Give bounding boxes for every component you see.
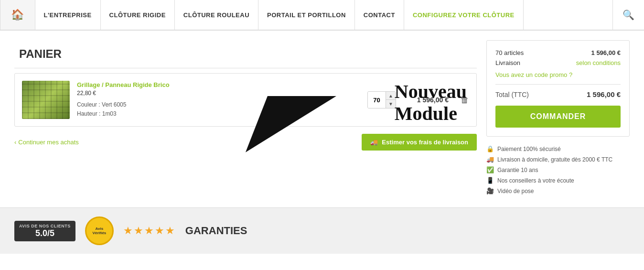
estimate-label: Estimer vos frais de livraison	[382, 139, 468, 146]
cart-item-image	[22, 81, 70, 119]
total-label: Total (TTC)	[495, 91, 529, 98]
articles-row: 70 articles 1 596,00 €	[495, 49, 621, 56]
livraison-row: Livraison selon conditions	[495, 59, 621, 66]
cart-items-box: Grillage / Panneau Rigide Brico 22,80 € …	[14, 73, 477, 127]
navbar: 🏠 L'ENTREPRISE CLÔTURE RIGIDE CLÔTURE RO…	[0, 0, 644, 31]
trust-item-guarantee: ✅ Garantie 10 ans	[486, 166, 630, 173]
cart-footer: ‹ Continuer mes achats 🚚 Estimer vos fra…	[14, 134, 477, 151]
estimate-shipping-button[interactable]: 🚚 Estimer vos frais de livraison	[362, 134, 477, 151]
truck-trust-icon: 🚚	[486, 156, 494, 163]
check-icon: ✅	[486, 166, 494, 173]
height-label: Hauteur :	[77, 110, 100, 117]
articles-value: 1 596,00 €	[591, 49, 621, 56]
avis-label: AVIS DE NOS CLIENTS	[19, 224, 71, 228]
nav-contact[interactable]: CONTACT	[355, 0, 404, 30]
quantity-decrement[interactable]: ▼	[386, 100, 396, 108]
continue-shopping-link[interactable]: ‹ Continuer mes achats	[14, 139, 79, 146]
item-attributes: Couleur : Vert 6005 Hauteur : 1m03	[77, 100, 360, 119]
cart-section: PANIER Grillage / Panneau Rigide Brico 2…	[14, 40, 477, 198]
item-unit-price: 22,80 €	[77, 90, 360, 97]
quantity-increment[interactable]: ▲	[386, 92, 396, 100]
lock-icon: 🔒	[486, 145, 494, 152]
summary-box: 70 articles 1 596,00 € Livraison selon c…	[486, 40, 630, 137]
summary-divider	[495, 84, 621, 85]
trust-video-text: Vidéo de pose	[497, 188, 534, 194]
phone-icon: 📱	[486, 177, 494, 184]
rating-stars: ★★★★★	[123, 225, 176, 237]
cart-title: PANIER	[14, 40, 477, 68]
video-icon: 🎥	[486, 187, 494, 194]
quantity-input[interactable]	[368, 92, 386, 108]
trust-advisors-text: Nos conseillers à votre écoute	[497, 177, 574, 184]
promo-code-link[interactable]: Vous avez un code promo ?	[495, 71, 621, 78]
color-value: Vert 6005	[102, 101, 126, 108]
quantity-input-row: ▲ ▼	[368, 92, 396, 108]
avis-verifie-text: AvisVérifiés	[92, 227, 106, 235]
trust-delivery-text: Livraison à domicile, gratuite dès 2000 …	[497, 156, 612, 163]
total-row: Total (TTC) 1 596,00 €	[495, 90, 621, 98]
page-content: PANIER Grillage / Panneau Rigide Brico 2…	[0, 31, 644, 207]
item-name[interactable]: Grillage / Panneau Rigide Brico	[77, 81, 360, 88]
cart-item: Grillage / Panneau Rigide Brico 22,80 € …	[22, 81, 469, 119]
nav-entreprise[interactable]: L'ENTREPRISE	[35, 0, 101, 30]
nav-cloture-rigide[interactable]: CLÔTURE RIGIDE	[101, 0, 175, 30]
livraison-value: selon conditions	[576, 59, 621, 66]
nav-configurez[interactable]: CONFIGUREZ VOTRE CLÔTURE	[404, 0, 524, 30]
trust-item-delivery: 🚚 Livraison à domicile, gratuite dès 200…	[486, 156, 630, 163]
commander-button[interactable]: COMMANDER	[495, 106, 621, 128]
item-color: Couleur : Vert 6005	[77, 100, 360, 109]
cart-item-details: Grillage / Panneau Rigide Brico 22,80 € …	[77, 81, 360, 119]
garanties-title: GARANTIES	[185, 225, 247, 237]
height-value: 1m03	[102, 110, 117, 117]
trust-guarantee-text: Garantie 10 ans	[497, 167, 538, 173]
articles-label: 70 articles	[495, 49, 524, 56]
trust-item-payment: 🔒 Paiement 100% sécurisé	[486, 145, 630, 152]
avis-verifie-badge: AvisVérifiés	[85, 216, 114, 245]
delete-item-icon[interactable]: 🗑	[461, 95, 469, 105]
item-total-price: 1 596,00 €	[406, 96, 449, 104]
avis-score: 5.0/5	[35, 228, 54, 238]
search-icon[interactable]: 🔍	[612, 0, 644, 30]
total-value: 1 596,00 €	[587, 90, 621, 98]
nav-portail[interactable]: PORTAIL ET PORTILLON	[258, 0, 355, 30]
truck-icon: 🚚	[370, 139, 378, 146]
page-footer: AVIS DE NOS CLIENTS 5.0/5 AvisVérifiés ★…	[0, 207, 644, 254]
quantity-buttons: ▲ ▼	[386, 92, 396, 108]
item-height: Hauteur : 1m03	[77, 109, 360, 119]
continue-label: Continuer mes achats	[18, 139, 78, 146]
trust-item-advisors: 📱 Nos conseillers à votre écoute	[486, 177, 630, 184]
color-label: Couleur :	[77, 101, 100, 108]
chevron-left-icon: ‹	[14, 139, 16, 146]
quantity-wrapper: ▲ ▼	[367, 91, 396, 108]
nav-cloture-rouleau[interactable]: CLÔTURE ROULEAU	[175, 0, 258, 30]
trust-item-video: 🎥 Vidéo de pose	[486, 187, 630, 194]
trust-section: 🔒 Paiement 100% sécurisé 🚚 Livraison à d…	[486, 145, 630, 194]
livraison-label: Livraison	[495, 59, 520, 66]
avis-badge: AVIS DE NOS CLIENTS 5.0/5	[14, 221, 75, 241]
trust-payment-text: Paiement 100% sécurisé	[497, 146, 561, 152]
summary-section: 70 articles 1 596,00 € Livraison selon c…	[486, 40, 630, 198]
nav-home[interactable]: 🏠	[0, 0, 35, 30]
